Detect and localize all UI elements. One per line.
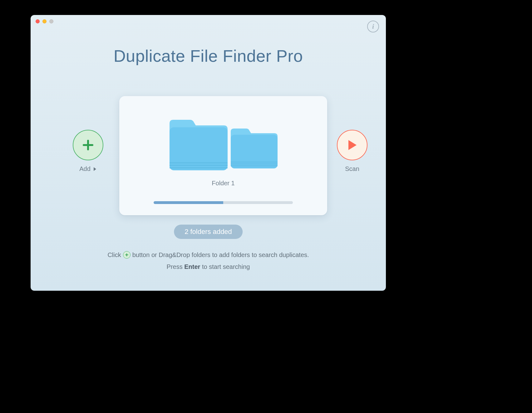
folder-icon bbox=[166, 117, 231, 172]
add-button[interactable] bbox=[73, 130, 103, 160]
info-icon: i bbox=[372, 22, 374, 31]
drop-zone-card[interactable]: Folder 1 bbox=[119, 96, 327, 215]
help-text-strong: Enter bbox=[184, 263, 200, 270]
help-text-segment: button or Drag&Drop folders to add folde… bbox=[132, 249, 309, 261]
status-pill: 2 folders added bbox=[174, 225, 243, 239]
svg-rect-11 bbox=[125, 255, 128, 255]
svg-rect-7 bbox=[231, 162, 278, 163]
folders-illustration bbox=[119, 117, 327, 172]
svg-rect-4 bbox=[170, 165, 228, 166]
svg-rect-6 bbox=[231, 135, 278, 168]
plus-icon bbox=[81, 138, 95, 152]
svg-rect-3 bbox=[170, 162, 228, 163]
add-group: Add bbox=[71, 130, 106, 172]
folder-label: Folder 1 bbox=[119, 180, 327, 187]
titlebar[interactable] bbox=[31, 15, 386, 27]
chevron-right-icon bbox=[93, 167, 97, 171]
folder-icon bbox=[228, 126, 281, 170]
play-icon bbox=[347, 139, 358, 151]
svg-rect-8 bbox=[231, 163, 278, 164]
help-line-1: Click button or Drag&Drop folders to add… bbox=[31, 249, 386, 261]
add-label-text: Add bbox=[79, 165, 91, 172]
progress-bar bbox=[154, 201, 293, 204]
help-text-segment: to start searching bbox=[202, 263, 250, 270]
svg-rect-1 bbox=[83, 144, 93, 146]
svg-rect-2 bbox=[170, 127, 228, 170]
progress-fill bbox=[154, 201, 223, 204]
help-text: Click button or Drag&Drop folders to add… bbox=[31, 249, 386, 273]
svg-rect-5 bbox=[170, 167, 228, 168]
app-window: i Duplicate File Finder Pro Add Scan bbox=[31, 15, 386, 291]
plus-icon bbox=[123, 251, 131, 259]
traffic-lights bbox=[36, 19, 53, 23]
add-label[interactable]: Add bbox=[71, 165, 106, 172]
help-line-2: Press Enter to start searching bbox=[31, 261, 386, 273]
maximize-icon[interactable] bbox=[49, 19, 53, 23]
app-title: Duplicate File Finder Pro bbox=[31, 46, 386, 66]
help-text-segment: Press bbox=[167, 263, 183, 270]
help-text-segment: Click bbox=[107, 249, 121, 261]
scan-label: Scan bbox=[335, 165, 370, 172]
scan-group: Scan bbox=[335, 130, 370, 172]
scan-button[interactable] bbox=[337, 130, 367, 160]
info-button[interactable]: i bbox=[367, 21, 379, 32]
minimize-icon[interactable] bbox=[42, 19, 47, 23]
close-icon[interactable] bbox=[36, 19, 40, 23]
svg-rect-9 bbox=[231, 165, 278, 166]
